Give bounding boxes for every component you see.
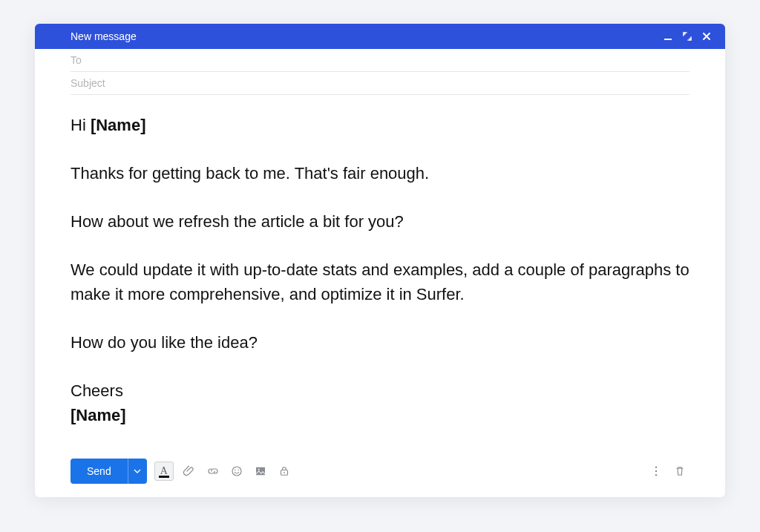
svg-rect-0 (664, 39, 672, 40)
svg-point-1 (232, 467, 241, 476)
send-split-button: Send (71, 459, 147, 484)
body-paragraph: We could update it with up-to-date stats… (71, 257, 689, 306)
emoji-icon (230, 464, 243, 478)
more-vertical-icon (649, 464, 663, 478)
greeting-name-placeholder: [Name] (91, 116, 146, 134)
formatting-button[interactable]: A (154, 462, 174, 481)
svg-point-2 (235, 470, 236, 471)
insert-emoji-button[interactable] (227, 462, 246, 481)
body-paragraph: Thanks for getting back to me. That's fa… (71, 161, 689, 185)
signature-block: Cheers [Name] (71, 378, 689, 427)
body-paragraph: How do you like the idea? (71, 330, 689, 355)
subject-input[interactable] (71, 77, 689, 89)
greeting-prefix: Hi (71, 116, 91, 134)
to-row (71, 49, 689, 72)
svg-point-5 (258, 469, 259, 470)
subject-row (71, 72, 689, 95)
lock-clock-icon (278, 464, 291, 478)
paperclip-icon (183, 464, 196, 478)
image-icon (254, 464, 267, 478)
to-input[interactable] (71, 54, 689, 66)
svg-point-10 (655, 474, 657, 476)
close-button[interactable] (698, 28, 715, 45)
greeting-line: Hi [Name] (71, 113, 689, 137)
discard-draft-button[interactable] (670, 462, 689, 481)
link-icon (206, 464, 220, 478)
minimize-button[interactable] (660, 28, 676, 45)
insert-photo-button[interactable] (251, 462, 270, 481)
window-title: New message (71, 30, 657, 42)
more-options-button[interactable] (646, 462, 666, 481)
svg-rect-4 (256, 467, 265, 476)
attach-file-button[interactable] (180, 462, 199, 481)
minimize-icon (663, 31, 673, 42)
body-paragraph: How about we refresh the article a bit f… (71, 209, 689, 234)
send-options-button[interactable] (128, 459, 147, 484)
signature-name-placeholder: [Name] (71, 406, 126, 424)
insert-link-button[interactable] (203, 462, 223, 481)
svg-point-7 (284, 472, 285, 473)
svg-point-9 (655, 470, 657, 472)
signoff: Cheers (71, 381, 123, 400)
fullscreen-button[interactable] (679, 28, 695, 45)
svg-point-8 (655, 467, 657, 468)
expand-icon (682, 31, 692, 42)
confidential-mode-button[interactable] (275, 462, 294, 481)
close-icon (701, 31, 712, 42)
compose-toolbar: Send A (35, 450, 725, 497)
text-underline-swatch (159, 476, 169, 478)
header-fields (35, 49, 725, 95)
titlebar: New message (35, 24, 725, 49)
message-body[interactable]: Hi [Name] Thanks for getting back to me.… (35, 95, 725, 450)
send-button[interactable]: Send (71, 459, 128, 484)
svg-point-3 (238, 470, 239, 471)
compose-window: New message Hi [Name] Thanks for getting… (35, 24, 725, 497)
caret-down-icon (134, 467, 141, 475)
trash-icon (673, 464, 687, 478)
